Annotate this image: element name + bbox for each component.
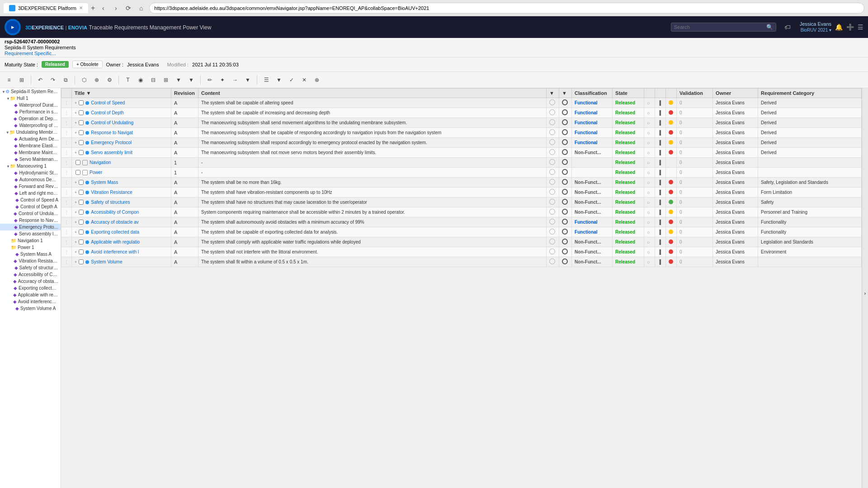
- forward-button[interactable]: ›: [110, 3, 121, 14]
- row-expand-icon[interactable]: +: [75, 200, 77, 205]
- drag-handle-icon[interactable]: ⋮: [64, 110, 69, 115]
- req-title-link[interactable]: Exporting collected data: [91, 230, 139, 235]
- row-expand-icon[interactable]: +: [75, 111, 77, 115]
- edit-button[interactable]: ✏: [204, 75, 215, 85]
- row-expand-icon[interactable]: +: [75, 180, 77, 185]
- row-expand-icon[interactable]: +: [75, 240, 77, 244]
- dropdown-button[interactable]: ▼: [242, 75, 253, 85]
- drag-handle-icon[interactable]: ⋮: [64, 130, 69, 135]
- drag-handle-icon[interactable]: ⋮: [64, 210, 69, 215]
- sidebar-item-actuating[interactable]: ◆Actuating Arm Defor...: [0, 136, 61, 142]
- back-button[interactable]: ‹: [98, 3, 108, 14]
- sidebar-item-waterproof[interactable]: ◆Waterproof Duration...: [0, 102, 61, 108]
- sidebar-item-navigation1[interactable]: 📁Navigation 1: [0, 237, 61, 244]
- row-checkbox[interactable]: [79, 200, 84, 205]
- drag-handle-icon[interactable]: ⋮: [64, 239, 69, 244]
- row-checkbox[interactable]: [79, 140, 84, 145]
- row-checkbox[interactable]: [79, 190, 84, 195]
- req-title-link[interactable]: Power: [90, 170, 102, 175]
- right-panel-toggle[interactable]: ›: [862, 88, 868, 488]
- sidebar-item-hydro[interactable]: ◆Hydrodynamic Stab...: [0, 169, 61, 176]
- col-revision[interactable]: Revision: [171, 89, 198, 98]
- sidebar-item-accessibility_a[interactable]: ◆Accessibility of Comp...: [0, 271, 61, 278]
- req-title-link[interactable]: Control of Speed: [91, 100, 125, 105]
- row-checkbox[interactable]: [79, 249, 84, 254]
- sidebar-item-safety_a[interactable]: ◆Safety of structures A: [0, 264, 61, 271]
- col-validation[interactable]: Validation: [677, 89, 713, 98]
- expand-icon[interactable]: ▼: [6, 164, 10, 168]
- req-title-link[interactable]: System Mass: [91, 180, 118, 185]
- req-specific[interactable]: Requirement Specific...: [5, 51, 56, 56]
- col-owner[interactable]: Owner: [713, 89, 758, 98]
- req-title-link[interactable]: Avoid interference with l: [91, 249, 139, 254]
- sidebar-item-left_right[interactable]: ◆Left and right motor...: [0, 190, 61, 197]
- sidebar-item-system_vol_a[interactable]: ◆System Volume A: [0, 305, 61, 312]
- sidebar-item-accuracy_a[interactable]: ◆Accuracy of obstacle a...: [0, 278, 61, 285]
- req-title-link[interactable]: Navigation: [90, 160, 111, 165]
- col-title[interactable]: Title ▼: [72, 89, 171, 98]
- sidebar-item-applicable_a[interactable]: ◆Applicable with regulati...: [0, 291, 61, 298]
- sidebar-item-exporting_a[interactable]: ◆Exporting collected d...: [0, 285, 61, 291]
- drag-handle-icon[interactable]: ⋮: [64, 140, 69, 145]
- filter-down1-button[interactable]: ▼: [173, 75, 184, 85]
- sidebar-item-performance[interactable]: ◆Performance in salt...: [0, 108, 61, 115]
- home-button[interactable]: ⌂: [136, 3, 146, 14]
- row-checkbox[interactable]: [79, 259, 84, 264]
- sidebar-item-manoeuvring1[interactable]: ▼📁Manoeuvring 1: [0, 163, 61, 169]
- notifications-icon[interactable]: 🔔: [835, 23, 843, 31]
- drag-handle-icon[interactable]: ⋮: [64, 180, 69, 185]
- req-title-link[interactable]: Control of Depth: [91, 110, 124, 115]
- row-expand-icon[interactable]: +: [75, 250, 77, 254]
- arrow-button[interactable]: →: [230, 75, 241, 85]
- sidebar-item-operation[interactable]: ◆Operation at Depth A...: [0, 115, 61, 122]
- req-title-link[interactable]: Vibration Resistance: [91, 190, 132, 195]
- browser-tab[interactable]: 3DEXPERIENCE Platform ✕: [4, 3, 88, 13]
- expand-icon[interactable]: ▼: [6, 131, 9, 134]
- tab-close-button[interactable]: ✕: [79, 5, 83, 10]
- drag-handle-icon[interactable]: ⋮: [64, 220, 69, 225]
- drag-handle-icon[interactable]: ⋮: [64, 190, 69, 195]
- settings-button[interactable]: ⚙: [104, 75, 115, 85]
- row-checkbox[interactable]: [75, 160, 80, 165]
- col-req-category[interactable]: Requirement Category: [758, 89, 862, 98]
- sidebar-item-control_undulating_a[interactable]: ◆Control of Undulating...: [0, 210, 61, 217]
- sidebar-item-control_speed_a[interactable]: ◆Control of Speed A: [0, 197, 61, 203]
- new-tab-button[interactable]: +: [91, 4, 95, 12]
- user-space[interactable]: BioRUV 2021 ▾: [800, 27, 831, 33]
- minus-button[interactable]: ⊟: [148, 75, 159, 85]
- drag-handle-icon[interactable]: ⋮: [64, 249, 69, 254]
- row-expand-icon[interactable]: +: [75, 220, 77, 225]
- row-expand-icon[interactable]: +: [75, 210, 77, 215]
- sidebar-item-system_mass_a[interactable]: ◆System Mass A: [0, 251, 61, 258]
- close-button[interactable]: ✕: [299, 75, 310, 85]
- sidebar-item-waterproofing_h[interactable]: ◆Waterproofing of hu...: [0, 122, 61, 129]
- row-expand-icon[interactable]: +: [75, 131, 77, 135]
- redo-button[interactable]: ↷: [47, 75, 58, 85]
- obsolete-button[interactable]: + Obsolete: [72, 61, 103, 68]
- expand-icon[interactable]: ▼: [6, 97, 10, 100]
- req-title-link[interactable]: Accuracy of obstacle av: [91, 220, 139, 225]
- row-expand-icon[interactable]: +: [75, 101, 77, 105]
- row-expand-icon[interactable]: +: [75, 121, 77, 125]
- text-button[interactable]: T: [123, 75, 133, 85]
- row-checkbox[interactable]: [79, 100, 84, 105]
- row-checkbox[interactable]: [79, 120, 84, 125]
- sidebar-item-power1[interactable]: 📁Power 1: [0, 244, 61, 251]
- req-title-link[interactable]: Applicable with regulatio: [91, 239, 140, 244]
- row-expand-icon[interactable]: +: [75, 260, 77, 264]
- req-title-link[interactable]: Control of Undulating: [91, 120, 133, 125]
- sidebar-item-undulating[interactable]: ▼📁Undulating Membrane...: [0, 129, 61, 136]
- row-checkbox[interactable]: [79, 239, 84, 244]
- sidebar-item-sepiida[interactable]: ▼⚙Sepiida-II System Requireme...: [0, 88, 61, 95]
- copy-button[interactable]: ⧉: [60, 75, 71, 85]
- row-expand-icon[interactable]: +: [75, 190, 77, 195]
- row-checkbox[interactable]: [79, 110, 84, 115]
- req-title-link[interactable]: Servo assembly limit: [91, 150, 132, 155]
- drag-handle-icon[interactable]: ⋮: [64, 100, 69, 105]
- drag-handle-icon[interactable]: ⋮: [64, 200, 69, 205]
- sidebar-item-membrane_m[interactable]: ◆Membrane Maintena...: [0, 149, 61, 156]
- row-checkbox[interactable]: [79, 210, 84, 215]
- node-button[interactable]: ⬡: [79, 75, 90, 85]
- row-checkbox[interactable]: [79, 220, 84, 225]
- check-button[interactable]: ✓: [286, 75, 297, 85]
